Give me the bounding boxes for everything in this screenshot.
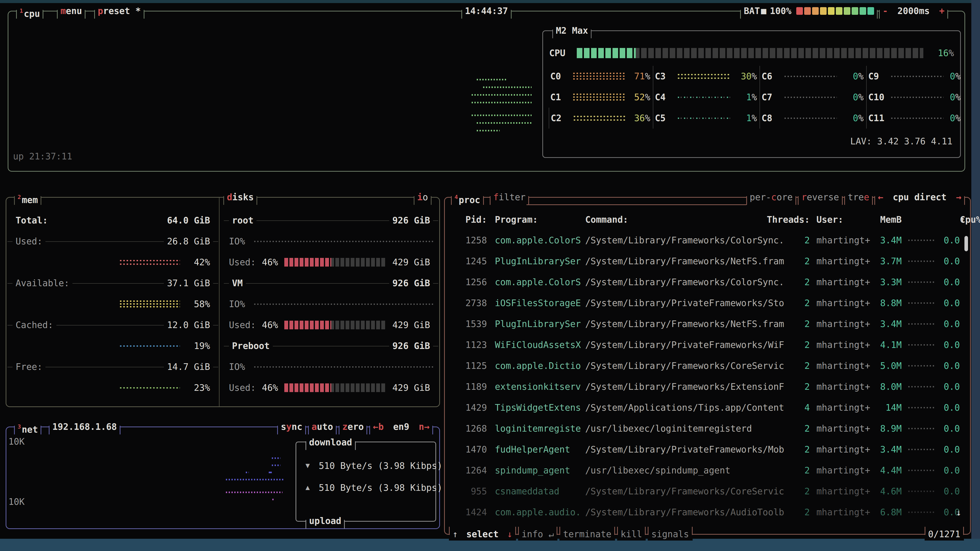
disk-io-graph xyxy=(254,366,433,368)
interval-increase-button[interactable]: + xyxy=(939,6,945,16)
core-row: C11 0% xyxy=(866,108,963,129)
core-label: C8 xyxy=(762,113,784,123)
cpu-cell: 0.0 xyxy=(930,361,960,371)
preset-button[interactable]: preset * xyxy=(94,4,145,17)
signals-button[interactable]: signals xyxy=(648,528,693,540)
filter-button[interactable]: filter xyxy=(490,191,529,204)
mem-cached-graph xyxy=(120,341,180,350)
sync-button[interactable]: sync xyxy=(277,420,306,433)
next-interface-button[interactable]: n→ xyxy=(419,422,430,432)
load-average: LAV: 3.42 3.76 4.11 xyxy=(850,136,953,146)
table-row[interactable]: 1429 TipsWidgetExtens /System/Applicatio… xyxy=(451,397,964,418)
disk-name-row: VM 926 GiB xyxy=(229,273,433,294)
table-row[interactable]: 2738 iOSFilesStorageE /System/Library/Pr… xyxy=(451,292,964,313)
command-cell: /System/Library/PrivateFrameworks/Mob xyxy=(585,445,784,454)
net-speed-box: download ▼ 510 Byte/s (3.98 Kibps) ▲ 510… xyxy=(296,441,436,522)
table-row[interactable]: 1189 extensionkitserv /System/Library/Fr… xyxy=(451,376,964,397)
core-graph xyxy=(784,93,837,102)
battery-icon: ■ xyxy=(761,4,767,17)
table-row[interactable]: 1258 com.apple.ColorS /System/Library/Fr… xyxy=(451,230,964,251)
core-graph xyxy=(573,93,625,102)
table-row[interactable]: 1424 com.apple.audio. /System/Library/Fr… xyxy=(451,502,964,523)
disk-io-graph xyxy=(254,241,433,242)
per-core-toggle[interactable]: per-core xyxy=(746,191,797,204)
update-interval: - 2000ms + xyxy=(879,4,948,17)
program-cell: com.apple.Dictio xyxy=(495,361,581,371)
auto-button[interactable]: auto xyxy=(308,420,337,433)
table-row[interactable]: 1125 com.apple.Dictio /System/Library/Fr… xyxy=(451,355,964,376)
io-toggle-button[interactable]: io xyxy=(414,191,431,204)
table-row[interactable]: 1539 PlugInLibrarySer /System/Library/Fr… xyxy=(451,313,964,334)
cpu-box-title[interactable]: 1cpu xyxy=(16,4,43,17)
threads-cell: 2 xyxy=(784,465,810,475)
filter-input-line[interactable] xyxy=(527,204,746,205)
info-button[interactable]: info ↵ xyxy=(518,528,557,540)
mem-free-meter: 23% xyxy=(13,377,213,398)
proc-box: 4proc filter per-core reverse tree ← cpu… xyxy=(444,197,971,535)
zero-button[interactable]: zero xyxy=(339,420,367,433)
program-cell: fudHelperAgent xyxy=(495,445,570,454)
table-row[interactable]: 1123 WiFiCloudAssetsX /System/Library/Pr… xyxy=(451,334,964,355)
download-speed: ▼ 510 Byte/s (3.98 Kibps) xyxy=(305,461,442,471)
threads-cell: 2 xyxy=(784,507,810,517)
mem-used-graph xyxy=(120,258,180,267)
scrollbar-thumb[interactable] xyxy=(964,236,968,251)
scroll-down-icon[interactable]: ↓ xyxy=(956,507,961,518)
table-row[interactable]: 1268 loginitemregiste /usr/libexec/login… xyxy=(451,418,964,439)
prev-interface-button[interactable]: ←b xyxy=(373,422,383,432)
col-threads: Threads: xyxy=(759,214,810,225)
proc-box-title[interactable]: 4proc xyxy=(451,191,484,204)
battery-segment xyxy=(796,7,803,15)
menu-button[interactable]: menu xyxy=(57,4,86,17)
mem-used-meter: 42% xyxy=(13,252,213,273)
pid-cell: 1258 xyxy=(451,235,487,245)
net-box-title[interactable]: 3net xyxy=(14,420,41,433)
core-label: C0 xyxy=(550,71,573,81)
core-label: C4 xyxy=(655,92,678,102)
user-cell: mhartingt+ xyxy=(816,256,870,266)
cpu-total-percent: 16% xyxy=(923,48,954,58)
disk-name-row: root 926 GiB xyxy=(229,210,433,231)
program-cell: spindump_agent xyxy=(495,465,570,475)
program-cell: extensionkitserv xyxy=(495,382,581,392)
pid-cell: 1123 xyxy=(451,340,487,350)
cpu-detail-box: M2 Max CPU 16% C0 71% xyxy=(542,30,961,158)
cpu-total-label: CPU xyxy=(549,48,577,58)
window-frame-top xyxy=(0,0,980,3)
mem-cell: 4.6M xyxy=(863,486,902,496)
core-percent: 1% xyxy=(746,92,759,102)
battery-percent: 100% xyxy=(770,4,791,17)
sort-prev-button[interactable]: ← xyxy=(878,192,883,202)
core-row: C0 71% xyxy=(549,66,653,87)
kill-button[interactable]: kill xyxy=(617,528,646,540)
battery-segment xyxy=(812,7,819,15)
core-label: C5 xyxy=(655,113,678,123)
mem-box: 2mem disks io Total: 64.0 GiB Used:26.8 … xyxy=(6,197,440,407)
select-control[interactable]: ↑ select ↓ xyxy=(449,528,516,540)
mem-available-meter: 58% xyxy=(13,294,213,314)
command-cell: /System/Applications/Tips.app/Content xyxy=(585,403,784,413)
table-row[interactable]: 1470 fudHelperAgent /System/Library/Priv… xyxy=(451,439,964,460)
mem-free-graph xyxy=(120,383,180,392)
upload-speed: ▲ 510 Byte/s (3.98 Kibps) xyxy=(305,483,442,493)
cpu-total-row: CPU 16% xyxy=(549,48,954,58)
mem-box-title[interactable]: 2mem xyxy=(14,191,41,204)
disk-size: 926 GiB xyxy=(389,278,433,288)
reverse-toggle[interactable]: reverse xyxy=(798,191,843,204)
command-cell: /System/Library/Frameworks/NetFS.fram xyxy=(585,256,784,266)
table-row[interactable]: 1245 PlugInLibrarySer /System/Library/Fr… xyxy=(451,251,964,272)
table-row[interactable]: 1256 com.apple.ColorS /System/Library/Fr… xyxy=(451,272,964,292)
core-row: C8 0% xyxy=(759,108,866,129)
user-cell: mhartingt+ xyxy=(816,424,870,433)
table-row[interactable]: 1264 spindump_agent /usr/libexec/spindum… xyxy=(451,460,964,481)
interval-decrease-button[interactable]: - xyxy=(883,6,888,16)
sort-next-button[interactable]: → xyxy=(956,192,961,202)
disk-used-label: Used: xyxy=(229,257,259,267)
core-graph xyxy=(784,114,837,122)
window-frame-right xyxy=(971,0,980,551)
tree-toggle[interactable]: tree xyxy=(844,191,873,204)
table-row[interactable]: 955 csnameddatad /System/Library/Framewo… xyxy=(451,481,964,502)
terminate-button[interactable]: terminate xyxy=(559,528,615,540)
command-cell: /System/Library/PrivateFrameworks/WiF xyxy=(585,340,784,350)
disk-used-row: Used: 46% 429 GiB xyxy=(229,252,433,273)
